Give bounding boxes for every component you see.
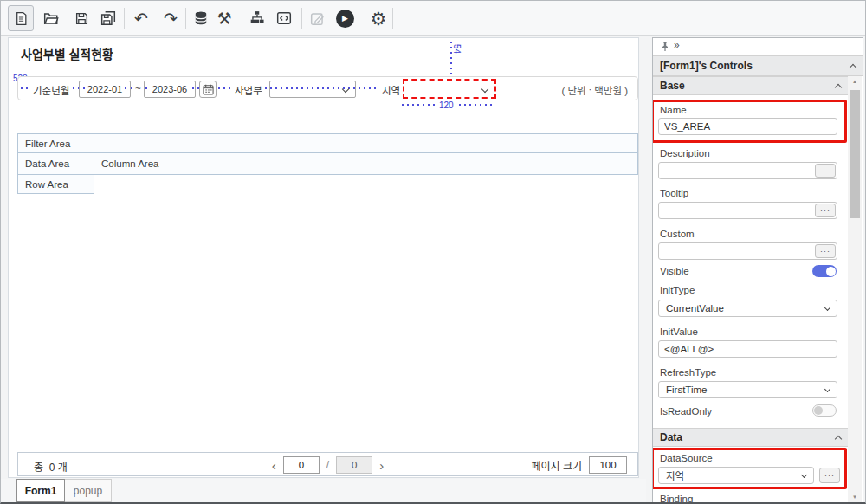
sitemap-button[interactable] — [244, 5, 270, 31]
save-all-button[interactable] — [95, 5, 121, 31]
data-area-label: Data Area — [25, 158, 69, 169]
section-base-label: Base — [660, 80, 685, 92]
selected-control-outline — [403, 79, 496, 99]
base-month-label: 기준년월 — [30, 83, 72, 97]
settings-button[interactable]: ⚙ — [365, 5, 391, 31]
panel-scrollbar[interactable]: ▲ ▼ — [848, 76, 862, 502]
total-pages-field — [336, 456, 372, 474]
page-size-group: 페이지 크기 — [531, 456, 627, 474]
new-document-icon — [14, 11, 29, 26]
name-label: Name — [660, 105, 687, 115]
pin-icon[interactable] — [660, 41, 670, 52]
name-input[interactable] — [658, 118, 837, 135]
annotation-top-gap: 54 — [452, 44, 462, 54]
scroll-up-icon[interactable]: ▲ — [848, 76, 862, 87]
tools-button[interactable]: ⚒ — [211, 5, 237, 31]
unit-label: ( 단위 : 백만원 ) — [559, 83, 630, 97]
ellipsis-icon: ··· — [820, 167, 830, 175]
filter-area-cell[interactable]: Filter Area — [17, 133, 638, 153]
filter-bar: 기준년월 2022-01 ~ 2023-06 사업부 지역 — [17, 76, 638, 100]
section-data[interactable]: Data — [653, 428, 848, 447]
datasource-select[interactable]: 지역 — [658, 467, 814, 484]
description-more-button[interactable]: ··· — [815, 164, 836, 178]
form-tabbar: Form1 popup — [1, 479, 646, 503]
inittype-select[interactable]: CurrentValue — [658, 300, 837, 317]
refreshtype-select[interactable]: FirstTime — [658, 381, 837, 398]
calendar-icon — [203, 84, 214, 95]
report-title: 사업부별 실적현황 — [21, 45, 113, 62]
collapse-panel-icon[interactable]: » — [674, 39, 679, 51]
new-document-button[interactable] — [8, 5, 34, 31]
data-area-cell[interactable]: Data Area — [17, 152, 94, 175]
save-button[interactable] — [68, 5, 94, 31]
gear-icon: ⚙ — [371, 10, 387, 28]
redo-button[interactable]: ↷ — [158, 5, 184, 31]
custom-more-button[interactable]: ··· — [815, 244, 836, 258]
tooltip-more-button[interactable]: ··· — [815, 204, 836, 217]
date-range-tilde: ~ — [132, 83, 144, 94]
datasource-more-button[interactable]: ··· — [819, 468, 840, 483]
isreadonly-label: IsReadOnly — [660, 406, 712, 417]
play-icon: ▶ — [336, 10, 354, 28]
toolbar-separator — [301, 8, 302, 29]
tab-form1-label: Form1 — [25, 485, 57, 497]
database-button[interactable] — [188, 5, 214, 31]
chevron-down-icon — [824, 385, 830, 391]
panel-pin-row: » — [653, 38, 863, 55]
filter-area-label: Filter Area — [25, 139, 70, 149]
prev-page-button[interactable]: ‹ — [272, 459, 276, 472]
scrollbar-thumb[interactable] — [850, 90, 860, 218]
chevron-up-icon — [850, 63, 856, 70]
toolbar-separator — [392, 8, 393, 29]
custom-input[interactable] — [658, 242, 837, 260]
next-page-button[interactable]: › — [379, 459, 384, 472]
pager-bar: 총 0 개 ‹ / › 페이지 크기 — [17, 452, 638, 476]
page-slash: / — [326, 459, 329, 471]
current-page-input[interactable] — [283, 456, 320, 474]
calendar-button[interactable] — [199, 81, 216, 98]
ellipsis-icon: ··· — [820, 207, 830, 215]
section-base[interactable]: Base — [653, 76, 848, 95]
row-area-cell[interactable]: Row Area — [17, 174, 94, 194]
row-area-label: Row Area — [25, 179, 68, 190]
region-label: 지역 — [379, 83, 403, 97]
toolbar-separator — [124, 8, 125, 29]
page-size-label: 페이지 크기 — [531, 458, 582, 473]
open-button[interactable] — [38, 5, 64, 31]
scroll-down-icon[interactable]: ▼ — [848, 492, 862, 502]
tab-popup[interactable]: popup — [65, 479, 112, 502]
custom-label: Custom — [660, 229, 695, 239]
inittype-label: InitType — [660, 285, 695, 295]
edit-button[interactable] — [305, 5, 331, 31]
isreadonly-toggle[interactable] — [812, 404, 837, 417]
page-size-input[interactable] — [589, 456, 627, 474]
region-select[interactable] — [404, 81, 494, 97]
tab-popup-label: popup — [74, 485, 102, 497]
division-select[interactable] — [269, 81, 356, 98]
column-area-label: Column Area — [101, 158, 158, 169]
database-icon — [193, 10, 209, 26]
chevron-down-icon — [801, 471, 807, 477]
chevron-down-icon — [824, 304, 830, 310]
division-label: 사업부 — [232, 83, 265, 97]
column-area-cell[interactable]: Column Area — [94, 152, 638, 175]
date-to-input[interactable]: 2023-06 — [144, 81, 196, 98]
chevron-down-icon — [342, 86, 349, 93]
description-label: Description — [660, 148, 710, 158]
undo-icon: ↶ — [134, 10, 148, 27]
tab-form1[interactable]: Form1 — [16, 479, 65, 502]
redo-icon: ↷ — [164, 10, 178, 27]
tooltip-input[interactable] — [658, 202, 837, 219]
description-input[interactable] — [658, 162, 837, 179]
tooltip-label: Tooltip — [660, 188, 688, 198]
properties-panel: » [Form1]'s Controls Base Name Descripti… — [652, 37, 863, 503]
initvalue-label: InitValue — [660, 326, 698, 337]
date-from-input[interactable]: 2022-01 — [79, 81, 131, 98]
visible-toggle[interactable] — [812, 265, 837, 277]
controls-header[interactable]: [Form1]'s Controls — [653, 55, 863, 76]
initvalue-input[interactable] — [658, 340, 837, 358]
run-button[interactable]: ▶ — [332, 5, 358, 31]
code-editor-button[interactable] — [271, 5, 297, 31]
undo-button[interactable]: ↶ — [128, 5, 154, 31]
annotation-box-width: 120 — [436, 100, 456, 110]
